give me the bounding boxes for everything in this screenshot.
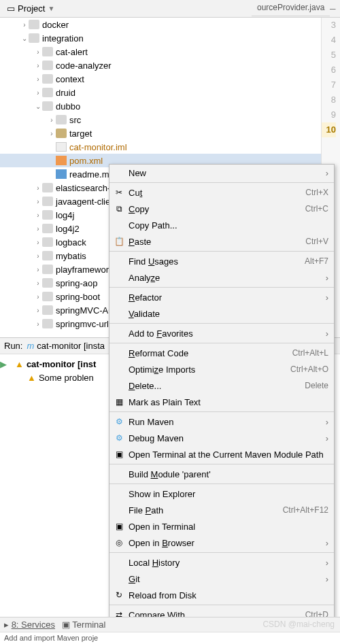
watermark: CSDN @mai-cheng — [262, 620, 335, 629]
menu-item[interactable]: ⧉CopyCtrl+C — [109, 201, 334, 217]
folder-icon — [42, 292, 53, 301]
tree-item[interactable]: target — [0, 126, 321, 140]
tree-item[interactable]: docker — [0, 18, 321, 31]
line-number: 6 — [322, 63, 336, 78]
tree-item[interactable]: src — [0, 113, 321, 126]
expand-arrow-icon[interactable] — [34, 252, 42, 260]
folder-icon — [29, 20, 39, 29]
menu-label: Add to Favorites — [129, 328, 193, 339]
menu-separator — [109, 182, 334, 183]
menu-item[interactable]: Build Module 'parent' — [109, 466, 334, 482]
menu-item[interactable]: Find UsagesAlt+F7 — [109, 253, 334, 269]
menu-item[interactable]: Analyze — [109, 269, 334, 286]
tree-item[interactable]: code-analyzer — [0, 58, 321, 72]
menu-icon: ✂ — [114, 187, 124, 198]
play-icon[interactable]: ▶ — [0, 359, 15, 369]
menu-icon: ▦ — [114, 396, 124, 407]
expand-arrow-icon[interactable] — [48, 116, 56, 124]
menu-icon: ⚙ — [114, 416, 124, 427]
menu-label: Mark as Plain Text — [129, 397, 201, 407]
expand-arrow-icon[interactable] — [34, 184, 42, 192]
tree-item[interactable]: context — [0, 72, 321, 86]
tree-item[interactable]: druid — [0, 86, 321, 99]
expand-arrow-icon[interactable] — [20, 35, 29, 42]
menu-item[interactable]: Reformat CodeCtrl+Alt+L — [109, 345, 334, 361]
expand-arrow-icon[interactable] — [34, 293, 42, 301]
menu-item[interactable]: Copy Path... — [109, 217, 334, 233]
menu-item[interactable]: ↻Reload from Disk — [109, 587, 334, 603]
expand-arrow-icon[interactable] — [34, 225, 42, 233]
line-number: 3 — [322, 18, 336, 33]
menu-icon: ⚙ — [114, 433, 124, 443]
expand-arrow-icon[interactable] — [34, 211, 42, 219]
menu-item[interactable]: Delete...Delete — [109, 377, 334, 394]
services-tab[interactable]: ▸ 8: Services — [4, 620, 55, 630]
tree-label: cat-alert — [56, 47, 88, 57]
menu-item[interactable]: Git — [109, 571, 334, 587]
tree-label: druid — [56, 88, 75, 98]
menu-item[interactable]: Show in Explorer — [109, 486, 334, 502]
menu-item[interactable]: Add to Favorites — [109, 325, 334, 341]
folder-icon — [42, 47, 53, 56]
menu-label: Validate — [129, 309, 160, 319]
project-title[interactable]: ▭ Project ▼ — [3, 3, 58, 14]
expand-arrow-icon[interactable] — [34, 307, 42, 314]
folder-icon — [42, 210, 53, 220]
menu-label: Reformat Code — [129, 348, 188, 358]
menu-label: Cut — [129, 188, 142, 198]
menu-item[interactable]: ✂CutCtrl+X — [109, 184, 334, 201]
menu-shortcut: Ctrl+C — [305, 204, 328, 214]
line-number: 10 — [322, 122, 336, 137]
expand-arrow-icon[interactable] — [34, 62, 42, 69]
tree-item[interactable]: cat-alert — [0, 45, 321, 58]
expand-arrow-icon[interactable] — [34, 103, 42, 110]
menu-item[interactable]: ◎Open in Browser — [109, 535, 334, 551]
tree-label: mybatis — [56, 251, 86, 261]
menu-label: Open Terminal at the Current Maven Modul… — [129, 450, 324, 460]
editor-tab[interactable]: ourceProvider.java — [252, 0, 330, 16]
tree-label: cat-monitor.iml — [69, 142, 127, 152]
menu-item[interactable]: ▣Open in Terminal — [109, 518, 334, 535]
expand-arrow-icon[interactable] — [48, 130, 56, 137]
folder-icon — [56, 115, 67, 124]
expand-arrow-icon[interactable] — [34, 75, 42, 83]
status-bar: Add and import Maven proje — [0, 632, 340, 644]
project-title-label: Project — [18, 3, 45, 14]
menu-item[interactable]: 📋PasteCtrl+V — [109, 233, 334, 250]
expand-arrow-icon[interactable] — [34, 279, 42, 287]
line-number: 7 — [322, 78, 336, 92]
expand-arrow-icon[interactable] — [34, 266, 42, 273]
expand-arrow-icon[interactable] — [34, 198, 42, 205]
menu-item[interactable]: New — [109, 165, 334, 181]
menu-item[interactable]: ▣Open Terminal at the Current Maven Modu… — [109, 446, 334, 462]
run-config-name[interactable]: cat-monitor [insta — [37, 341, 105, 351]
menu-item[interactable]: ⚙Run Maven — [109, 413, 334, 430]
menu-item[interactable]: File PathCtrl+Alt+F12 — [109, 502, 334, 518]
folder-icon — [42, 305, 53, 315]
menu-item[interactable]: ▦Mark as Plain Text — [109, 394, 334, 410]
expand-arrow-icon[interactable] — [34, 320, 42, 328]
dropdown-icon: ▼ — [48, 5, 54, 12]
menu-separator — [109, 411, 334, 412]
tree-label: readme.md — [69, 169, 114, 180]
menu-item[interactable]: Validate — [109, 305, 334, 322]
tree-label: log4j — [56, 210, 74, 220]
tree-item[interactable]: dubbo — [0, 99, 321, 113]
folder-icon — [42, 265, 53, 274]
context-menu[interactable]: New✂CutCtrl+X⧉CopyCtrl+CCopy Path...📋Pas… — [109, 164, 335, 644]
menu-item[interactable]: ⚙Debug Maven — [109, 430, 334, 446]
menu-item[interactable]: Refactor — [109, 289, 334, 305]
menu-item[interactable]: Local History — [109, 554, 334, 571]
expand-arrow-icon[interactable] — [34, 48, 42, 56]
tree-item[interactable]: integration — [0, 31, 321, 45]
tree-item[interactable]: cat-monitor.iml — [0, 140, 321, 154]
expand-arrow-icon[interactable] — [20, 21, 29, 29]
terminal-tab[interactable]: ▣ Terminal — [62, 620, 106, 630]
menu-item[interactable]: Optimize ImportsCtrl+Alt+O — [109, 361, 334, 377]
line-number: 8 — [322, 92, 336, 107]
folder-icon — [42, 319, 53, 328]
expand-arrow-icon[interactable] — [34, 89, 42, 97]
warn-icon: ▲ — [27, 373, 36, 383]
project-icon: ▭ — [7, 3, 15, 14]
expand-arrow-icon[interactable] — [34, 239, 42, 246]
